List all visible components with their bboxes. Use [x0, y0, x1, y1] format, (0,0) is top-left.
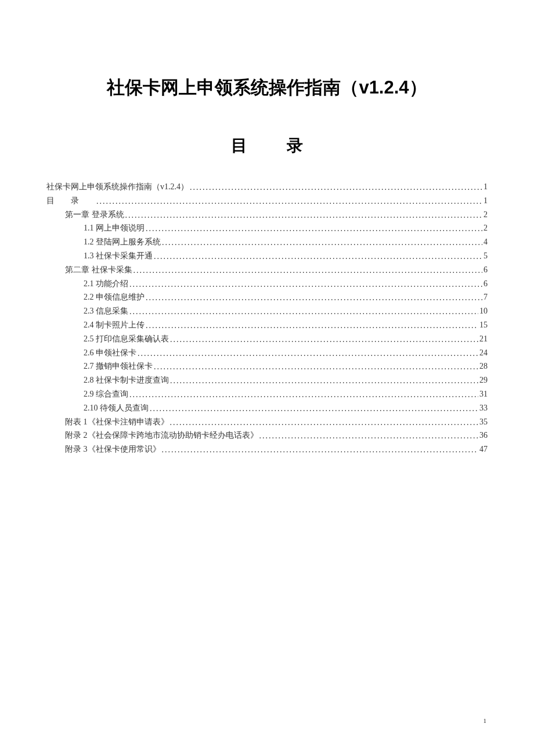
toc-entry[interactable]: 2.9 综合查询31	[46, 387, 488, 401]
toc-entry[interactable]: 附录 3《社保卡使用常识》47	[46, 442, 488, 456]
toc-heading: 目 录	[46, 135, 488, 157]
toc-entry-label: 1.2 登陆网上服务系统	[84, 235, 161, 249]
toc-entry-page: 24	[479, 346, 488, 360]
toc-entry[interactable]: 2.6 申领社保卡24	[46, 346, 488, 360]
toc-entry[interactable]: 2.8 社保卡制卡进度查询29	[46, 373, 488, 387]
toc-entry[interactable]: 2.3 信息采集10	[46, 304, 488, 318]
toc-entry-page: 21	[479, 332, 488, 346]
toc-entry-page: 5	[484, 249, 488, 263]
toc-leader-dots	[146, 221, 482, 235]
toc-entry-label: 2.10 待领人员查询	[84, 401, 149, 415]
toc-leader-dots	[170, 415, 479, 429]
toc-entry-page: 47	[479, 442, 488, 456]
toc-entry[interactable]: 2.2 申领信息维护7	[46, 290, 488, 304]
toc-entry-page: 29	[479, 373, 488, 387]
toc-entry-page: 31	[479, 387, 488, 401]
toc-entry-label: 第二章 社保卡采集	[65, 263, 132, 277]
toc-entry-label: 1.3 社保卡采集开通	[84, 249, 153, 263]
toc-entry[interactable]: 2.7 撤销申领社保卡28	[46, 359, 488, 373]
toc-leader-dots	[129, 387, 478, 401]
toc-entry-label: 2.2 申领信息维护	[84, 290, 145, 304]
toc-entry-page: 28	[479, 359, 488, 373]
toc-entry[interactable]: 2.5 打印信息采集确认表21	[46, 332, 488, 346]
toc-entry-page: 1	[484, 180, 488, 194]
toc-entry-page: 35	[479, 415, 488, 429]
toc-entry-label: 社保卡网上申领系统操作指南（v1.2.4）	[46, 180, 189, 194]
toc-entry[interactable]: 2.10 待领人员查询33	[46, 401, 488, 415]
toc-leader-dots	[154, 249, 482, 263]
toc-list: 社保卡网上申领系统操作指南（v1.2.4）1目录1第一章 登录系统21.1 网上…	[46, 180, 488, 456]
toc-entry[interactable]: 第二章 社保卡采集6	[46, 263, 488, 277]
toc-entry[interactable]: 1.2 登陆网上服务系统4	[46, 235, 488, 249]
toc-entry-page: 2	[484, 208, 488, 222]
page-number: 1	[484, 717, 487, 724]
toc-entry-label: 附录 3《社保卡使用常识》	[65, 442, 161, 456]
toc-entry-label: 2.3 信息采集	[84, 304, 128, 318]
toc-entry[interactable]: 1.1 网上申领说明2	[46, 221, 488, 235]
toc-entry-label: 目录	[46, 194, 95, 208]
toc-entry[interactable]: 社保卡网上申领系统操作指南（v1.2.4）1	[46, 180, 488, 194]
toc-leader-dots	[170, 332, 478, 346]
toc-leader-dots	[259, 429, 479, 442]
toc-entry-page: 36	[479, 429, 488, 442]
toc-entry-label: 附录 2《社会保障卡跨地市流动协助销卡经办电话表》	[65, 429, 258, 442]
toc-entry-label: 2.8 社保卡制卡进度查询	[84, 373, 169, 387]
toc-entry-page: 4	[484, 235, 488, 249]
toc-entry[interactable]: 第一章 登录系统2	[46, 208, 488, 222]
toc-entry[interactable]: 附录 2《社会保障卡跨地市流动协助销卡经办电话表》36	[46, 429, 488, 442]
toc-entry-label: 1.1 网上申领说明	[84, 221, 145, 235]
toc-entry-label: 2.6 申领社保卡	[84, 346, 136, 360]
toc-leader-dots	[96, 194, 482, 208]
toc-entry-page: 10	[479, 304, 488, 318]
toc-entry-page: 33	[479, 401, 488, 415]
document-title: 社保卡网上申领系统操作指南（v1.2.4）	[46, 75, 488, 100]
toc-entry-page: 2	[484, 221, 488, 235]
toc-leader-dots	[150, 401, 478, 415]
toc-leader-dots	[154, 359, 478, 373]
toc-leader-dots	[190, 180, 482, 194]
toc-leader-dots	[170, 373, 478, 387]
toc-leader-dots	[138, 346, 478, 360]
toc-leader-dots	[146, 290, 482, 304]
toc-entry-page: 6	[484, 277, 488, 291]
toc-entry[interactable]: 目录1	[46, 194, 488, 208]
toc-entry-label: 第一章 登录系统	[65, 208, 124, 222]
toc-leader-dots	[162, 442, 479, 456]
toc-entry-page: 7	[484, 290, 488, 304]
toc-entry-label: 2.9 综合查询	[84, 387, 128, 401]
toc-entry[interactable]: 1.3 社保卡采集开通5	[46, 249, 488, 263]
toc-entry-label: 2.7 撤销申领社保卡	[84, 359, 153, 373]
toc-entry-page: 1	[484, 194, 488, 208]
toc-leader-dots	[129, 277, 482, 291]
toc-leader-dots	[134, 263, 483, 277]
toc-entry[interactable]: 附表 1《社保卡注销申请表》35	[46, 415, 488, 429]
toc-leader-dots	[129, 304, 478, 318]
toc-entry-label: 2.5 打印信息采集确认表	[84, 332, 169, 346]
toc-leader-dots	[162, 235, 482, 249]
toc-entry-label: 附表 1《社保卡注销申请表》	[65, 415, 169, 429]
toc-entry-page: 15	[479, 318, 488, 332]
toc-entry-page: 6	[484, 263, 488, 277]
toc-entry-label: 2.1 功能介绍	[84, 277, 128, 291]
toc-entry-label: 2.4 制卡照片上传	[84, 318, 145, 332]
toc-leader-dots	[146, 318, 478, 332]
toc-entry[interactable]: 2.1 功能介绍6	[46, 277, 488, 291]
toc-entry[interactable]: 2.4 制卡照片上传15	[46, 318, 488, 332]
toc-leader-dots	[125, 208, 483, 222]
